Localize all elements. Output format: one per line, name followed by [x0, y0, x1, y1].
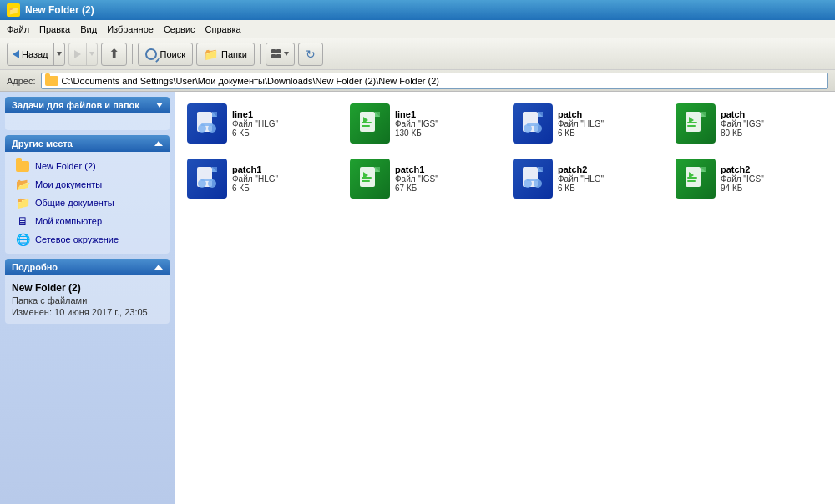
file-name: patch: [558, 109, 660, 119]
file-name: patch1: [232, 164, 335, 174]
svg-rect-45: [687, 177, 697, 179]
svg-rect-32: [375, 167, 380, 172]
sidebar-item-mycomputer[interactable]: 🖥 Мой компьютер: [12, 212, 163, 230]
file-name: line1: [232, 109, 335, 119]
sidebar: Задачи для файлов и папок Другие места N…: [0, 92, 175, 504]
content-area: line1 Файл "HLG" 6 КБ line1 Файл "IGS" 1…: [175, 92, 835, 504]
file-type: Файл "IGS": [721, 119, 823, 129]
places-section-header[interactable]: Другие места: [5, 135, 170, 152]
file-type: Файл "HLG": [558, 119, 660, 129]
menu-edit[interactable]: Правка: [39, 24, 70, 34]
file-size: 6 КБ: [558, 184, 660, 193]
sidebar-item-shareddocs-label: Общие документы: [35, 198, 114, 208]
tasks-collapse-icon: [156, 103, 163, 108]
file-icon: [676, 103, 716, 144]
toolbar-sep1: [132, 44, 133, 64]
tasks-section-header[interactable]: Задачи для файлов и папок: [5, 97, 170, 113]
menu-favorites[interactable]: Избранное: [107, 24, 154, 34]
file-info: patch1 Файл "IGS" 67 КБ: [395, 164, 498, 193]
file-item[interactable]: patch2 Файл "HLG" 6 КБ: [509, 155, 664, 202]
address-folder-icon: [45, 76, 58, 86]
sidebar-item-network-label: Сетевое окружение: [35, 234, 119, 244]
file-info: patch Файл "IGS" 80 КБ: [721, 109, 823, 138]
svg-rect-29: [201, 179, 213, 181]
main-layout: Задачи для файлов и папок Другие места N…: [0, 92, 835, 504]
address-label: Адрес:: [7, 76, 36, 86]
svg-rect-41: [527, 179, 539, 181]
file-name: patch1: [395, 164, 498, 174]
sidebar-item-network[interactable]: 🌐 Сетевое окружение: [12, 230, 163, 249]
details-section-header[interactable]: Подробно: [5, 259, 170, 275]
folders-icon: 📁: [204, 48, 218, 61]
address-box[interactable]: C:\Documents and Settings\User\Мои докум…: [41, 73, 828, 89]
file-size: 67 КБ: [395, 184, 498, 193]
svg-rect-20: [701, 112, 706, 117]
back-button[interactable]: Назад: [7, 43, 65, 66]
menu-file[interactable]: Файл: [7, 24, 29, 34]
address-path: C:\Documents and Settings\User\Мои докум…: [62, 76, 439, 86]
file-item[interactable]: patch1 Файл "HLG" 6 КБ: [184, 155, 338, 202]
shareddocs-icon: 📁: [15, 195, 30, 210]
tasks-section: Задачи для файлов и папок: [5, 97, 170, 130]
menu-help[interactable]: Справка: [205, 24, 241, 34]
back-label: Назад: [22, 49, 48, 59]
file-info: patch2 Файл "IGS" 94 КБ: [721, 164, 823, 193]
details-date: Изменен: 10 июня 2017 г., 23:05: [12, 307, 163, 317]
menu-view[interactable]: Вид: [80, 24, 97, 34]
file-item[interactable]: line1 Файл "IGS" 130 КБ: [347, 100, 501, 147]
file-name: patch: [721, 109, 823, 119]
details-collapse-icon: [154, 265, 163, 270]
toolbar-sep2: [260, 44, 261, 64]
titlebar-title: New Folder (2): [25, 4, 94, 16]
mydocs-icon: 📂: [15, 177, 30, 192]
mycomputer-icon: 🖥: [15, 214, 30, 229]
svg-rect-14: [538, 112, 543, 117]
newfolder-icon: [15, 159, 30, 174]
file-type: Файл "HLG": [558, 174, 660, 184]
forward-dropdown-icon: [89, 52, 94, 56]
file-type: Файл "HLG": [232, 174, 335, 184]
details-section: Подробно New Folder (2) Папка с файлами …: [5, 259, 170, 324]
file-icon: [513, 159, 553, 199]
file-item[interactable]: patch Файл "HLG" 6 КБ: [509, 100, 664, 147]
file-item[interactable]: patch2 Файл "IGS" 94 КБ: [672, 155, 827, 202]
svg-rect-22: [687, 125, 696, 127]
file-item[interactable]: patch Файл "IGS" 80 КБ: [672, 100, 827, 147]
menubar: Файл Правка Вид Избранное Сервис Справка: [0, 20, 835, 38]
sidebar-item-newfolder[interactable]: New Folder (2): [12, 157, 163, 175]
up-button[interactable]: ⬆: [101, 43, 127, 66]
svg-rect-2: [212, 112, 217, 117]
titlebar-icon: 📁: [7, 3, 20, 17]
file-info: line1 Файл "HLG" 6 КБ: [232, 109, 335, 138]
forward-button[interactable]: [68, 43, 98, 66]
file-icon: [676, 159, 716, 199]
up-icon: ⬆: [109, 46, 119, 62]
file-type: Файл "IGS": [721, 174, 823, 184]
tasks-section-content: [5, 113, 170, 130]
sidebar-item-newfolder-label: New Folder (2): [35, 161, 96, 171]
refresh-icon: ↻: [306, 48, 316, 61]
file-info: patch1 Файл "HLG" 6 КБ: [232, 164, 335, 193]
places-section-content: New Folder (2) 📂 Мои документы 📁 Общие д…: [5, 152, 170, 254]
file-size: 6 КБ: [232, 184, 335, 193]
file-item[interactable]: patch1 Файл "IGS" 67 КБ: [347, 155, 501, 202]
file-icon: [513, 103, 553, 144]
places-section-label: Другие места: [12, 139, 73, 149]
sidebar-item-mydocs[interactable]: 📂 Мои документы: [12, 175, 163, 194]
file-size: 94 КБ: [721, 184, 823, 193]
file-name: patch2: [721, 164, 823, 174]
view-button[interactable]: [266, 43, 295, 66]
folders-button[interactable]: 📁 Папки: [196, 43, 255, 66]
search-button[interactable]: Поиск: [138, 43, 193, 66]
svg-rect-10: [362, 125, 370, 127]
sidebar-item-shareddocs[interactable]: 📁 Общие документы: [12, 194, 163, 212]
refresh-button[interactable]: ↻: [298, 43, 323, 66]
details-name: New Folder (2): [12, 282, 163, 294]
view-dropdown-icon: [284, 52, 289, 56]
file-item[interactable]: line1 Файл "HLG" 6 КБ: [184, 100, 338, 147]
search-icon: [145, 48, 157, 60]
details-type: Папка с файлами: [12, 295, 163, 305]
menu-service[interactable]: Сервис: [164, 24, 195, 34]
back-dropdown-icon: [57, 52, 62, 56]
file-size: 130 КБ: [395, 129, 498, 138]
